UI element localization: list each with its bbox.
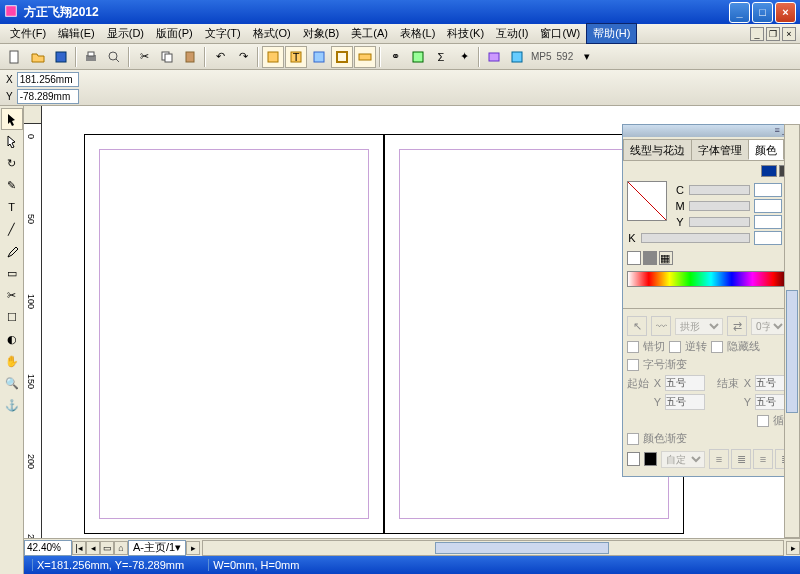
maximize-button[interactable]: □ — [752, 2, 773, 23]
gradient-tool[interactable]: ◐ — [1, 328, 23, 350]
spectrum-picker[interactable] — [627, 271, 795, 287]
mdi-minimize-button[interactable]: _ — [750, 27, 764, 41]
text-tool-button[interactable]: T — [285, 46, 307, 68]
y-input[interactable] — [17, 89, 79, 104]
frame-tool[interactable]: ☐ — [1, 306, 23, 328]
swatch-fill[interactable] — [761, 165, 777, 177]
align-right-button[interactable]: ≡ — [753, 449, 773, 469]
image-tool-button[interactable] — [308, 46, 330, 68]
y-slider[interactable] — [689, 217, 750, 227]
menu-art[interactable]: 美工(A) — [345, 24, 394, 43]
page-thumb-icon[interactable]: ▭ — [100, 541, 114, 555]
anchor-tool[interactable]: ⚓ — [1, 394, 23, 416]
save-button[interactable] — [50, 46, 72, 68]
copy-button[interactable] — [156, 46, 178, 68]
k-slider[interactable] — [641, 233, 750, 243]
shape-select[interactable]: 拱形 — [675, 318, 723, 335]
eyedropper-tool[interactable] — [1, 240, 23, 262]
paste-button[interactable] — [179, 46, 201, 68]
mdi-close-button[interactable]: × — [782, 27, 796, 41]
line-tool[interactable]: ╱ — [1, 218, 23, 240]
tab-line-border[interactable]: 线型与花边 — [623, 139, 692, 160]
menu-table[interactable]: 表格(L) — [394, 24, 441, 43]
preview-button[interactable] — [103, 46, 125, 68]
start-y-input[interactable] — [665, 394, 705, 410]
gear-button[interactable]: ✦ — [453, 46, 475, 68]
tab-color[interactable]: 颜色 — [748, 139, 784, 160]
pen-tool[interactable]: ✎ — [1, 174, 23, 196]
align-left-button[interactable]: ≡ — [709, 449, 729, 469]
rotate-tool[interactable]: ↻ — [1, 152, 23, 174]
master-page-icon[interactable]: ⌂ — [114, 541, 128, 555]
mode-pattern[interactable]: ▦ — [659, 251, 673, 265]
menu-window[interactable]: 窗口(W) — [534, 24, 586, 43]
menu-file[interactable]: 文件(F) — [4, 24, 52, 43]
reverse-checkbox[interactable] — [669, 341, 681, 353]
minimize-button[interactable]: _ — [729, 2, 750, 23]
selection-tool[interactable] — [1, 108, 23, 130]
path-arrow-icon[interactable]: ↖ — [627, 316, 647, 336]
frame-text-button[interactable] — [262, 46, 284, 68]
object-frame-button[interactable] — [331, 46, 353, 68]
c-slider[interactable] — [689, 185, 750, 195]
align-center-button[interactable]: ≣ — [731, 449, 751, 469]
hideline-checkbox[interactable] — [711, 341, 723, 353]
mdi-restore-button[interactable]: ❐ — [766, 27, 780, 41]
color-gradient-checkbox[interactable] — [627, 433, 639, 445]
menu-object[interactable]: 对象(B) — [297, 24, 346, 43]
m-slider[interactable] — [689, 201, 750, 211]
path-curve-icon[interactable]: 〰 — [651, 316, 671, 336]
menu-format[interactable]: 格式(O) — [247, 24, 297, 43]
y-input[interactable] — [754, 215, 782, 229]
book-button[interactable] — [483, 46, 505, 68]
offset-select[interactable]: 0字 — [751, 318, 787, 335]
c-input[interactable] — [754, 183, 782, 197]
link-button[interactable]: ⚭ — [384, 46, 406, 68]
next-page-button[interactable]: ▸ — [186, 541, 200, 555]
print-button[interactable] — [80, 46, 102, 68]
zoom-tool[interactable]: 🔍 — [1, 372, 23, 394]
page-dropdown-icon[interactable]: ▾ — [175, 541, 181, 554]
grad-color-start[interactable] — [627, 452, 640, 466]
grad-color-end[interactable] — [644, 452, 657, 466]
vertical-ruler[interactable]: 0 50 100 150 200 250 — [24, 124, 42, 574]
scissors-tool[interactable]: ✂ — [1, 284, 23, 306]
open-button[interactable] — [27, 46, 49, 68]
undo-button[interactable]: ↶ — [209, 46, 231, 68]
type-tool[interactable]: T — [1, 196, 23, 218]
close-button[interactable]: × — [775, 2, 796, 23]
redo-button[interactable]: ↷ — [232, 46, 254, 68]
export-button[interactable] — [506, 46, 528, 68]
k-input[interactable] — [754, 231, 782, 245]
formula-icon[interactable]: Σ — [430, 46, 452, 68]
menu-text[interactable]: 文字(T) — [199, 24, 247, 43]
page-left[interactable] — [84, 134, 384, 534]
first-page-button[interactable]: |◂ — [72, 541, 86, 555]
loop-checkbox[interactable] — [757, 415, 769, 427]
menu-edit[interactable]: 编辑(E) — [52, 24, 101, 43]
tab-font-mgr[interactable]: 字体管理 — [691, 139, 749, 160]
scroll-right-button[interactable]: ▸ — [786, 541, 800, 555]
menu-help[interactable]: 帮助(H) — [586, 23, 637, 44]
x-input[interactable] — [17, 72, 79, 87]
vertical-scrollbar[interactable] — [784, 124, 800, 538]
panel-grip[interactable]: ≡ _ × — [623, 125, 799, 137]
prev-page-button[interactable]: ◂ — [86, 541, 100, 555]
mode-gradient[interactable] — [643, 251, 657, 265]
horizontal-scrollbar[interactable] — [202, 540, 784, 556]
overflow-button[interactable]: ▾ — [576, 46, 598, 68]
m-input[interactable] — [754, 199, 782, 213]
menu-display[interactable]: 显示(D) — [101, 24, 150, 43]
direct-select-tool[interactable] — [1, 130, 23, 152]
object-tool-button[interactable] — [354, 46, 376, 68]
script-button[interactable] — [407, 46, 429, 68]
new-button[interactable] — [4, 46, 26, 68]
ruler-origin[interactable] — [24, 106, 42, 124]
menu-tech[interactable]: 科技(K) — [441, 24, 490, 43]
path-flip-icon[interactable]: ⇄ — [727, 316, 747, 336]
rectangle-tool[interactable]: ▭ — [1, 262, 23, 284]
size-gradient-checkbox[interactable] — [627, 359, 639, 371]
zoom-input[interactable] — [24, 540, 72, 556]
mode-solid[interactable] — [627, 251, 641, 265]
miter-checkbox[interactable] — [627, 341, 639, 353]
